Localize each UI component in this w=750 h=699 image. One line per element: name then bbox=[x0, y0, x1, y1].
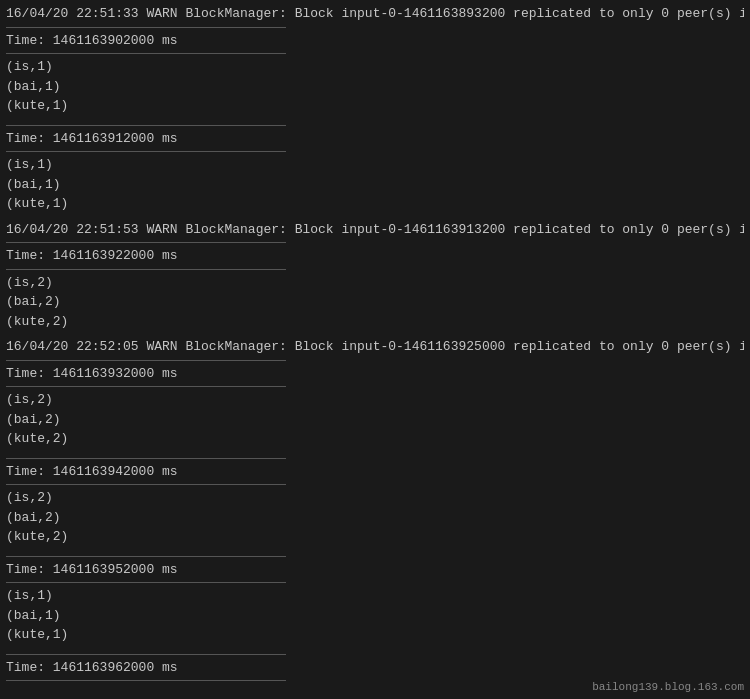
time-line: Time: 1461163912000 ms bbox=[6, 129, 744, 149]
separator bbox=[6, 582, 286, 583]
data-line: (kute,2) bbox=[6, 527, 744, 547]
data-line: (kute,1) bbox=[6, 625, 744, 645]
watermark: bailong139.blog.163.com bbox=[592, 679, 744, 696]
time-line: Time: 1461163942000 ms bbox=[6, 462, 744, 482]
data-line: (bai,2) bbox=[6, 410, 744, 430]
time-line: Time: 1461163922000 ms bbox=[6, 246, 744, 266]
warn-line: 16/04/20 22:51:33 WARN BlockManager: Blo… bbox=[6, 4, 744, 24]
data-line: (kute,1) bbox=[6, 194, 744, 214]
data-line: (is,1) bbox=[6, 155, 744, 175]
separator bbox=[6, 53, 286, 54]
data-line: (bai,2) bbox=[6, 292, 744, 312]
time-line: Time: 1461163902000 ms bbox=[6, 31, 744, 51]
warn-line: 16/04/20 22:51:53 WARN BlockManager: Blo… bbox=[6, 220, 744, 240]
separator bbox=[6, 269, 286, 270]
time-line: Time: 1461163962000 ms bbox=[6, 658, 744, 678]
terminal-output: 16/04/20 22:51:33 WARN BlockManager: Blo… bbox=[0, 0, 750, 699]
data-line: (is,1) bbox=[6, 57, 744, 77]
data-line: (bai,1) bbox=[6, 175, 744, 195]
separator bbox=[6, 125, 286, 126]
data-line: (is,2) bbox=[6, 488, 744, 508]
warn-line: 16/04/20 22:52:05 WARN BlockManager: Blo… bbox=[6, 337, 744, 357]
separator bbox=[6, 680, 286, 681]
data-line: (is,1) bbox=[6, 586, 744, 606]
separator bbox=[6, 386, 286, 387]
data-line: (bai,1) bbox=[6, 77, 744, 97]
data-line: (is,2) bbox=[6, 273, 744, 293]
data-line: (is,2) bbox=[6, 390, 744, 410]
separator bbox=[6, 458, 286, 459]
time-line: Time: 1461163932000 ms bbox=[6, 364, 744, 384]
data-line: (kute,1) bbox=[6, 96, 744, 116]
data-line: (bai,2) bbox=[6, 508, 744, 528]
time-line: Time: 1461163952000 ms bbox=[6, 560, 744, 580]
separator bbox=[6, 556, 286, 557]
data-line: (kute,2) bbox=[6, 429, 744, 449]
separator bbox=[6, 654, 286, 655]
separator bbox=[6, 484, 286, 485]
data-line: (kute,2) bbox=[6, 312, 744, 332]
separator bbox=[6, 242, 286, 243]
separator bbox=[6, 360, 286, 361]
separator bbox=[6, 27, 286, 28]
data-line: (bai,1) bbox=[6, 606, 744, 626]
separator bbox=[6, 151, 286, 152]
